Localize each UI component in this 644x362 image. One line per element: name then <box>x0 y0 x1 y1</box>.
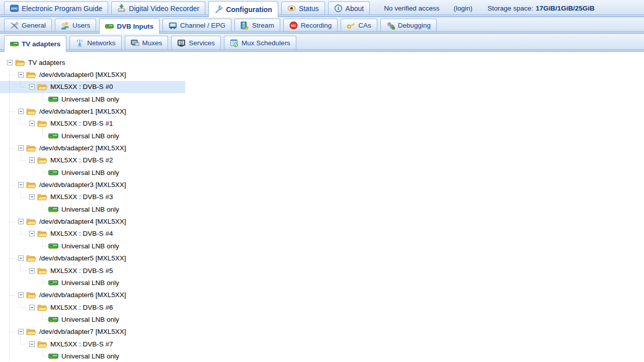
tree-node-label[interactable]: MXL5XX : DVB-S #3 <box>49 193 115 201</box>
tree-node-frontend2: MXL5XX : DVB-S #2 <box>0 154 644 166</box>
collapse-minus-icon[interactable] <box>18 182 24 188</box>
tree-guide-cell <box>4 81 15 93</box>
collapse-minus-icon[interactable] <box>29 194 35 200</box>
tree-node-frontend6: MXL5XX : DVB-S #6 <box>0 301 644 313</box>
tree-node-label[interactable]: MXL5XX : DVB-S #7 <box>49 340 115 348</box>
folder-icon <box>26 70 36 79</box>
tree-node-label[interactable]: TV adapters <box>27 58 67 67</box>
tab-services[interactable]: Services <box>171 36 221 49</box>
tree-node-label[interactable]: Universal LNB only <box>60 242 121 250</box>
pci-card-icon <box>48 95 58 104</box>
tab-muxes[interactable]: Muxes <box>125 36 169 49</box>
tree-node-label[interactable]: /dev/dvb/adapter4 [MXL5XX] <box>38 217 128 226</box>
collapse-minus-icon[interactable] <box>29 231 35 236</box>
tab-recording[interactable]: RECRecording <box>283 19 338 31</box>
collapse-minus-icon[interactable] <box>18 72 24 77</box>
tree-node-label[interactable]: MXL5XX : DVB-S #0 <box>49 82 115 91</box>
tree-node-label[interactable]: Universal LNB only <box>60 95 121 104</box>
tree-node-label[interactable]: Universal LNB only <box>60 132 121 140</box>
tree-node-label[interactable]: MXL5XX : DVB-S #4 <box>49 229 115 238</box>
tree-node-label[interactable]: MXL5XX : DVB-S #2 <box>49 156 115 164</box>
tree-node-lnb4: Universal LNB only <box>0 240 644 252</box>
tab-debugging[interactable]: Debugging <box>380 19 437 31</box>
pci-card-icon <box>48 168 58 177</box>
collapse-minus-icon[interactable] <box>18 255 24 261</box>
tree-guide-cell <box>37 277 48 289</box>
tab-status[interactable]: Status <box>281 2 325 15</box>
tree-expander-cell <box>26 118 37 130</box>
tv-globe-icon <box>177 39 186 47</box>
collapse-minus-icon[interactable] <box>29 341 35 347</box>
tree-node-lnb6: Universal LNB only <box>0 313 644 325</box>
collapse-minus-icon[interactable] <box>29 268 35 274</box>
tab-networks[interactable]: Networks <box>69 36 121 49</box>
tree-node-adapter2: /dev/dvb/adapter2 [MXL5XX] <box>0 142 644 154</box>
tree-node-label[interactable]: /dev/dvb/adapter3 [MXL5XX] <box>38 180 128 189</box>
collapse-minus-icon[interactable] <box>18 219 24 224</box>
folder-icon <box>26 291 36 299</box>
tab-channel-epg[interactable]: Channel / EPG <box>163 19 231 31</box>
tree-node-adapter1: /dev/dvb/adapter1 [MXL5XX] <box>0 105 644 117</box>
tab-users[interactable]: Users <box>55 19 96 31</box>
collapse-minus-icon[interactable] <box>18 109 24 114</box>
collapse-minus-icon[interactable] <box>29 84 35 89</box>
tab-dvb-inputs[interactable]: DVB Inputs <box>99 18 159 34</box>
tab-mux-schedulers[interactable]: Mux Schedulers <box>224 36 296 49</box>
tree-node-label[interactable]: Universal LNB only <box>60 205 121 214</box>
tab-stream[interactable]: Stream <box>234 19 280 31</box>
tree-node-label[interactable]: /dev/dvb/adapter0 [MXL5XX] <box>38 70 128 79</box>
tree-node-label[interactable]: Universal LNB only <box>60 352 121 360</box>
tree-expander-cell <box>26 228 37 240</box>
tab-label: Configuration <box>226 6 272 14</box>
collapse-minus-icon[interactable] <box>29 121 35 126</box>
tree-node-label[interactable]: MXL5XX : DVB-S #5 <box>49 266 115 275</box>
tree-guide-cell <box>15 313 26 325</box>
tree-node-tv-adapters: TV adapters <box>0 56 644 68</box>
tree-guide-cell <box>15 130 26 142</box>
tree-guide-cell <box>4 313 15 325</box>
tree-node-label[interactable]: MXL5XX : DVB-S #6 <box>49 303 115 312</box>
tree-node-label[interactable]: /dev/dvb/adapter6 [MXL5XX] <box>38 291 128 299</box>
tree-guide-cell <box>4 68 15 80</box>
tabbar-band <box>0 49 644 52</box>
tab-configuration[interactable]: Configuration <box>208 1 278 17</box>
tree-node-label[interactable]: /dev/dvb/adapter2 [MXL5XX] <box>38 144 128 152</box>
tree-guide-cell <box>15 350 26 362</box>
tree-node-label[interactable]: Universal LNB only <box>60 168 121 177</box>
collapse-minus-icon[interactable] <box>29 157 35 163</box>
tree-guide-cell <box>37 166 48 178</box>
tree-expander-cell <box>15 289 26 301</box>
tree-guide-cell <box>4 154 15 166</box>
tree-node-label[interactable]: Universal LNB only <box>60 279 121 287</box>
pci-card-icon <box>48 352 58 360</box>
epg-icon: EPG <box>10 4 19 13</box>
tree-expander-cell <box>26 301 37 313</box>
pci-card-icon <box>105 22 114 31</box>
tab-general[interactable]: General <box>4 19 52 31</box>
tree-guide-cell <box>15 154 26 166</box>
collapse-minus-icon[interactable] <box>18 292 24 298</box>
tree-node-label[interactable]: /dev/dvb/adapter7 [MXL5XX] <box>38 327 128 336</box>
tabbar-band <box>0 31 644 34</box>
tree-node-adapter4: /dev/dvb/adapter4 [MXL5XX] <box>0 215 644 227</box>
tree-node-label[interactable]: /dev/dvb/adapter1 [MXL5XX] <box>38 107 128 116</box>
tree-guide-cell <box>15 93 26 105</box>
tab-about[interactable]: iAbout <box>328 2 370 15</box>
tree-node-label[interactable]: MXL5XX : DVB-S #1 <box>49 119 115 128</box>
tree-node-label[interactable]: /dev/dvb/adapter5 [MXL5XX] <box>38 254 128 262</box>
login-link[interactable]: (login) <box>453 5 472 12</box>
tree-guide-cell <box>37 203 48 215</box>
collapse-minus-icon[interactable] <box>7 60 13 65</box>
pci-card-icon <box>48 205 58 214</box>
collapse-minus-icon[interactable] <box>18 145 24 151</box>
tab-electronic-program-guide[interactable]: EPGElectronic Program Guide <box>4 2 108 15</box>
collapse-minus-icon[interactable] <box>29 305 35 310</box>
tree-expander-cell <box>26 338 37 350</box>
tree-guide-cell <box>4 166 15 178</box>
tree-node-label[interactable]: Universal LNB only <box>60 315 121 324</box>
collapse-minus-icon[interactable] <box>18 329 24 334</box>
tab-digital-video-recorder[interactable]: Digital Video Recorder <box>111 2 205 15</box>
tab-cas[interactable]: CAs <box>341 19 377 31</box>
tab-tv-adapters[interactable]: TV adapters <box>4 35 66 52</box>
tab-label: Recording <box>301 22 332 29</box>
